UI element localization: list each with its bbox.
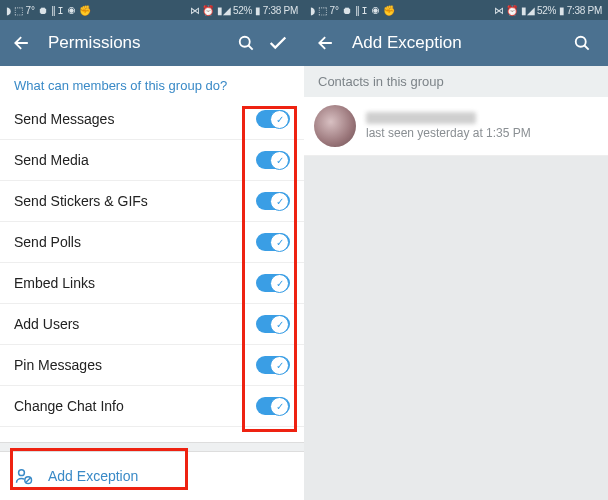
status-right: ⋈ ⏰ ▮◢ 52% ▮ 7:38 PM	[190, 5, 298, 16]
contact-name-blurred	[366, 112, 476, 124]
status-right-prefix: ⋈ ⏰	[494, 5, 518, 16]
perm-stickers[interactable]: Send Stickers & GIFs	[0, 181, 304, 222]
toggle-add-users[interactable]	[256, 315, 290, 333]
status-left-icons: ◗ ⬚ 7° ⏺ ‖ ⵊ ⦿ ✊	[6, 5, 91, 16]
contact-row[interactable]: last seen yesterday at 1:35 PM	[304, 97, 608, 156]
status-left: ◗ ⬚ 7° ⏺ ‖ ⵊ ⦿ ✊	[310, 5, 395, 16]
page-title: Permissions	[48, 33, 230, 53]
search-button[interactable]	[230, 33, 262, 53]
perm-label: Send Messages	[14, 111, 256, 127]
toggle-send-messages[interactable]	[256, 110, 290, 128]
back-button[interactable]	[10, 31, 34, 55]
perm-label: Change Chat Info	[14, 398, 256, 414]
toggle-send-media[interactable]	[256, 151, 290, 169]
contact-info: last seen yesterday at 1:35 PM	[366, 112, 531, 140]
perm-pin-messages[interactable]: Pin Messages	[0, 345, 304, 386]
perm-label: Send Polls	[14, 234, 256, 250]
app-bar: Add Exception	[304, 20, 608, 66]
status-right-text: ▮◢ 52% ▮ 7:38 PM	[217, 5, 298, 16]
perm-polls[interactable]: Send Polls	[0, 222, 304, 263]
status-bar: ◗ ⬚ 7° ⏺ ‖ ⵊ ⦿ ✊ ⋈ ⏰ ▮◢ 52% ▮ 7:38 PM	[304, 0, 608, 20]
user-block-icon	[14, 466, 34, 486]
avatar	[314, 105, 356, 147]
toggle-stickers[interactable]	[256, 192, 290, 210]
page-title: Add Exception	[352, 33, 566, 53]
add-exception-label: Add Exception	[48, 468, 138, 484]
perm-label: Send Media	[14, 152, 256, 168]
toggle-change-chat-info[interactable]	[256, 397, 290, 415]
search-button[interactable]	[566, 33, 598, 53]
status-bar: ◗ ⬚ 7° ⏺ ‖ ⵊ ⦿ ✊ ⋈ ⏰ ▮◢ 52% ▮ 7:38 PM	[0, 0, 304, 20]
perm-label: Send Stickers & GIFs	[14, 193, 256, 209]
contacts-subheader: Contacts in this group	[304, 66, 608, 97]
perm-embed-links[interactable]: Embed Links	[0, 263, 304, 304]
status-right-text: ▮◢ 52% ▮ 7:38 PM	[521, 5, 602, 16]
contact-status: last seen yesterday at 1:35 PM	[366, 126, 531, 140]
toggle-embed-links[interactable]	[256, 274, 290, 292]
toggle-pin-messages[interactable]	[256, 356, 290, 374]
perm-label: Add Users	[14, 316, 256, 332]
perm-label: Embed Links	[14, 275, 256, 291]
status-right-prefix: ⋈ ⏰	[190, 5, 214, 16]
status-left: ◗ ⬚ 7° ⏺ ‖ ⵊ ⦿ ✊	[6, 5, 91, 16]
toggle-polls[interactable]	[256, 233, 290, 251]
perm-send-messages[interactable]: Send Messages	[0, 99, 304, 140]
section-gap	[0, 442, 304, 452]
permissions-screen: ◗ ⬚ 7° ⏺ ‖ ⵊ ⦿ ✊ ⋈ ⏰ ▮◢ 52% ▮ 7:38 PM Pe…	[0, 0, 304, 500]
perm-add-users[interactable]: Add Users	[0, 304, 304, 345]
perm-change-chat-info[interactable]: Change Chat Info	[0, 386, 304, 427]
svg-point-3	[576, 37, 586, 47]
confirm-button[interactable]	[262, 32, 294, 54]
add-exception-button[interactable]: Add Exception	[0, 452, 304, 500]
back-button[interactable]	[314, 31, 338, 55]
empty-area	[304, 156, 608, 500]
svg-point-0	[240, 37, 250, 47]
perm-label: Pin Messages	[14, 357, 256, 373]
svg-point-1	[19, 470, 25, 476]
status-right: ⋈ ⏰ ▮◢ 52% ▮ 7:38 PM	[494, 5, 602, 16]
perm-send-media[interactable]: Send Media	[0, 140, 304, 181]
section-header: What can members of this group do?	[0, 66, 304, 99]
add-exception-screen: ◗ ⬚ 7° ⏺ ‖ ⵊ ⦿ ✊ ⋈ ⏰ ▮◢ 52% ▮ 7:38 PM Ad…	[304, 0, 608, 500]
app-bar: Permissions	[0, 20, 304, 66]
permissions-list: Send Messages Send Media Send Stickers &…	[0, 99, 304, 442]
status-left-icons: ◗ ⬚ 7° ⏺ ‖ ⵊ ⦿ ✊	[310, 5, 395, 16]
